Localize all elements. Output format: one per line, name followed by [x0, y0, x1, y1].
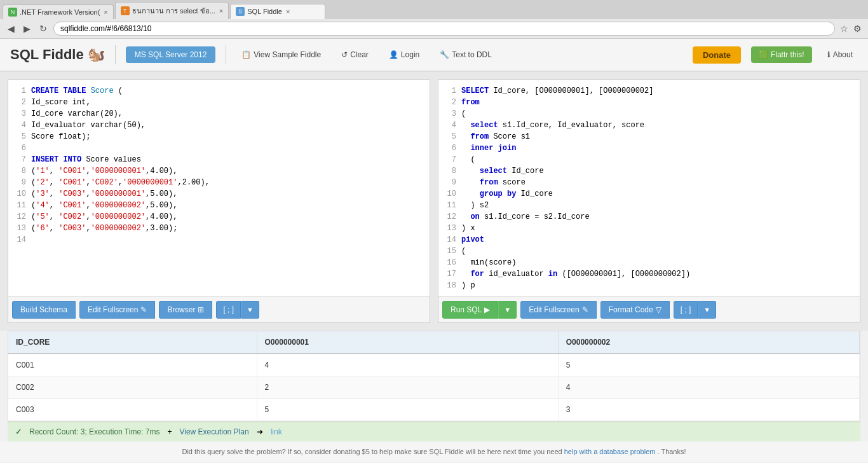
- about-icon: ℹ: [827, 50, 831, 59]
- results-table-body: C00145C00224C00353: [8, 354, 860, 421]
- header-divider-2: [226, 45, 226, 64]
- about-button[interactable]: ℹ About: [822, 48, 858, 62]
- schema-editor-area[interactable]: 1234567891011121314 CREATE TABLE Score (…: [8, 80, 430, 296]
- semicolons-right-button[interactable]: [ ; ]: [674, 301, 698, 319]
- donate-button[interactable]: Donate: [693, 46, 741, 64]
- tab-thai[interactable]: T ธนกานาน การ select ข้อ... ×: [115, 2, 229, 19]
- run-sql-icon: ▶: [484, 305, 490, 314]
- clear-label: Clear: [350, 50, 369, 59]
- view-sample-label: View Sample Fiddle: [254, 50, 321, 59]
- extensions-button[interactable]: ⚙: [852, 22, 863, 35]
- table-cell: 2: [257, 377, 558, 399]
- login-button[interactable]: 👤 Login: [384, 48, 424, 62]
- query-line-numbers: 123456789101112131415161718: [444, 85, 461, 291]
- tab-label-sqlfiddle: SQL Fiddle: [247, 8, 282, 15]
- table-cell: 4: [257, 354, 558, 377]
- format-code-button[interactable]: Format Code ▽: [600, 301, 670, 319]
- tab-favicon-dotnet: N: [8, 8, 17, 17]
- header-divider-1: [115, 45, 116, 64]
- link-separator: ➜: [257, 427, 263, 436]
- view-sample-button[interactable]: 📋 View Sample Fiddle: [236, 48, 326, 62]
- table-cell: 4: [558, 377, 859, 399]
- table-row: C00224: [8, 377, 860, 399]
- edit-fullscreen-right-icon: ✎: [582, 305, 588, 314]
- schema-editor-panel: 1234567891011121314 CREATE TABLE Score (…: [8, 79, 430, 323]
- query-editor-toolbar: Run SQL ▶ ▼ Edit Fullscreen ✎ Format Cod…: [438, 296, 860, 322]
- address-bar-row: ◀ ▶ ↻ ☆ ⚙: [0, 19, 868, 38]
- tab-dotnet[interactable]: N .NET Framework Version( ×: [3, 4, 114, 19]
- format-code-label: Format Code: [609, 305, 653, 314]
- clear-icon: ↺: [341, 50, 348, 59]
- semicolons-left-dropdown[interactable]: ▼: [241, 301, 259, 319]
- build-schema-button[interactable]: Build Schema: [12, 301, 76, 319]
- semicolons-right-group: [ ; ] ▼: [674, 301, 717, 319]
- table-cell: C002: [8, 377, 257, 399]
- login-label: Login: [401, 50, 419, 59]
- table-cell: 5: [257, 399, 558, 421]
- back-button[interactable]: ◀: [5, 22, 17, 35]
- col-header-o2: O000000002: [558, 331, 859, 354]
- flattr-button[interactable]: 🟩 Flattr this!: [751, 46, 812, 63]
- edit-fullscreen-right-button[interactable]: Edit Fullscreen ✎: [520, 301, 596, 319]
- semicolons-left-button[interactable]: [ ; ]: [216, 301, 241, 319]
- schema-editor-toolbar: Build Schema Edit Fullscreen ✎ Browser ⊞…: [8, 296, 430, 322]
- tab-label-dotnet: .NET Framework Version(: [20, 8, 100, 16]
- tab-close-dotnet[interactable]: ×: [104, 8, 107, 16]
- schema-code-content[interactable]: CREATE TABLE Score ( Id_score int, Id_co…: [31, 85, 424, 245]
- edit-fullscreen-left-button[interactable]: Edit Fullscreen ✎: [79, 301, 155, 319]
- flattr-icon: 🟩: [759, 50, 768, 59]
- clear-button[interactable]: ↺ Clear: [336, 48, 374, 62]
- address-input[interactable]: [53, 22, 835, 36]
- forward-button[interactable]: ▶: [21, 22, 33, 35]
- app-logo: SQL Fiddle 🐿️: [10, 46, 105, 63]
- tab-favicon-sqlfiddle: S: [236, 7, 245, 16]
- browser-group: Browser ⊞: [159, 301, 212, 319]
- semicolons-right-dropdown[interactable]: ▼: [698, 301, 716, 319]
- link-anchor[interactable]: link: [271, 427, 282, 436]
- table-cell: 5: [558, 354, 859, 377]
- edit-fullscreen-left-icon: ✎: [140, 305, 147, 314]
- footer-link[interactable]: help with a database problem: [564, 448, 656, 455]
- col-header-id-core: ID_CORE: [8, 331, 257, 354]
- tab-close-sqlfiddle[interactable]: ×: [286, 8, 290, 15]
- reload-button[interactable]: ↻: [37, 22, 50, 35]
- about-label: About: [833, 50, 853, 59]
- query-editor-panel: 123456789101112131415161718 SELECT Id_co…: [438, 79, 860, 323]
- execution-plan-separator: +: [167, 427, 172, 436]
- bookmark-button[interactable]: ☆: [839, 22, 850, 35]
- status-bar: ✓ Record Count: 3; Execution Time: 7ms +…: [8, 422, 860, 441]
- status-text: Record Count: 3; Execution Time: 7ms: [29, 427, 159, 436]
- tab-label-thai: ธนกานาน การ select ข้อ...: [132, 5, 215, 17]
- browser-icon: ⊞: [198, 305, 204, 314]
- run-sql-label: Run SQL: [451, 305, 482, 314]
- tab-close-thai[interactable]: ×: [219, 7, 223, 15]
- browser-chrome: N .NET Framework Version( × T ธนกานาน กา…: [0, 0, 868, 39]
- semicolons-left-label: [ ; ]: [223, 305, 234, 314]
- text-to-ddl-button[interactable]: 🔧 Text to DDL: [435, 48, 497, 62]
- db-selector-button[interactable]: MS SQL Server 2012: [126, 46, 216, 63]
- run-sql-dropdown[interactable]: ▼: [498, 301, 517, 319]
- semicolons-right-label: [ ; ]: [681, 305, 691, 314]
- query-code-content[interactable]: SELECT Id_core, [O000000001], [O00000000…: [461, 85, 855, 291]
- main-content: 1234567891011121314 CREATE TABLE Score (…: [0, 72, 868, 331]
- app-header: SQL Fiddle 🐿️ MS SQL Server 2012 📋 View …: [0, 39, 868, 72]
- edit-fullscreen-left-group: Edit Fullscreen ✎: [79, 301, 155, 319]
- tab-sqlfiddle[interactable]: S SQL Fiddle ×: [230, 4, 325, 19]
- query-editor-inner: 123456789101112131415161718 SELECT Id_co…: [444, 85, 855, 291]
- footer-note: Did this query solve the problem? If so,…: [0, 441, 868, 462]
- browser-button[interactable]: Browser ⊞: [159, 301, 212, 319]
- text-to-ddl-icon: 🔧: [440, 50, 449, 59]
- tab-bar: N .NET Framework Version( × T ธนกานาน กา…: [0, 0, 868, 19]
- footer-end: . Thanks!: [658, 448, 686, 455]
- table-cell: 3: [558, 399, 859, 421]
- text-to-ddl-label: Text to DDL: [452, 50, 492, 59]
- query-editor-area[interactable]: 123456789101112131415161718 SELECT Id_co…: [438, 80, 860, 296]
- table-row: C00145: [8, 354, 860, 377]
- browser-toolbar-icons: ☆ ⚙: [839, 22, 863, 35]
- semicolons-left-group: [ ; ] ▼: [216, 301, 259, 319]
- execution-plan-link[interactable]: View Execution Plan: [179, 427, 248, 436]
- col-header-o1: O000000001: [257, 331, 558, 354]
- table-cell: C001: [8, 354, 257, 377]
- run-sql-button[interactable]: Run SQL ▶: [442, 301, 498, 319]
- browser-label: Browser: [167, 305, 195, 314]
